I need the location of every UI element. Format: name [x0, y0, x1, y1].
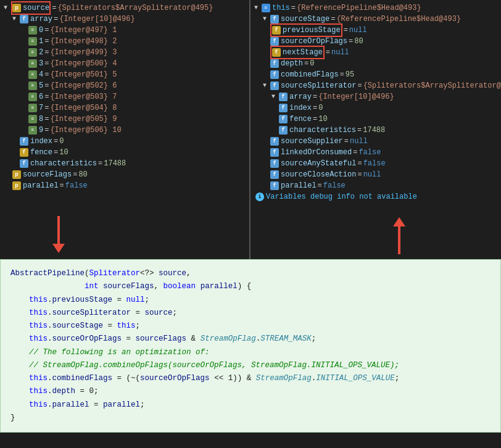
array-value: {Integer[10]@496} — [59, 14, 135, 25]
arr-icon-2: ≡ — [28, 48, 37, 57]
left-panel-header[interactable]: p source = {Spliterators$ArraySpliterato… — [4, 2, 246, 14]
right-panel: ≡ this = {ReferencePipeline$Head@493} f … — [251, 0, 501, 259]
right-depth-row[interactable]: f depth = 0 — [254, 58, 497, 69]
code-line-6: this.sourceOrOpFlags = sourceFlags & Str… — [10, 333, 491, 346]
nextstage-highlight: f nextStage — [270, 46, 325, 59]
f-yellow-icon-prev: f — [272, 26, 281, 35]
right-sourcesupplier-row[interactable]: f sourceSupplier = null — [254, 136, 497, 147]
code-line-4: this.sourceSpliterator = source; — [10, 307, 491, 320]
right-nextstage-row[interactable]: f nextStage = null — [254, 47, 497, 58]
right-characteristics-row[interactable]: f characteristics = 17488 — [254, 125, 497, 136]
source-var-value: {Spliterators$ArraySpliterator@495} — [57, 2, 213, 14]
arr-icon-this: ≡ — [262, 4, 270, 12]
arr-item-0[interactable]: ≡ 0 = {Integer@497} 1 — [4, 25, 246, 36]
right-combinedflags-row[interactable]: f combinedFlags = 95 — [254, 69, 497, 80]
code-line-7: // The following is an optimization of: — [10, 346, 491, 359]
f-icon-sourcestage: f — [270, 15, 279, 23]
right-panel-header[interactable]: ≡ this = {ReferencePipeline$Head@493} — [254, 2, 497, 14]
arr-icon-9: ≡ — [28, 126, 37, 135]
right-array-row[interactable]: f array = {Integer[10]@496} — [254, 91, 497, 102]
arr-icon-0: ≡ — [28, 26, 37, 35]
source-highlight-box: p source — [11, 1, 51, 15]
f-icon-right-parallel: f — [270, 181, 279, 190]
code-line-11: this.parallel = parallel; — [10, 399, 491, 412]
f-icon-index: f — [20, 137, 28, 146]
arr-item-1[interactable]: ≡ 1 = {Integer@498} 2 — [4, 36, 246, 47]
arr-item-6[interactable]: ≡ 6 = {Integer@503} 7 — [4, 91, 246, 102]
left-parallel-row[interactable]: p parallel = false — [4, 180, 246, 191]
array-expand[interactable] — [12, 14, 20, 25]
left-fence-row[interactable]: f fence = 10 — [4, 147, 246, 158]
array-name: array — [30, 14, 52, 25]
info-icon: i — [255, 193, 264, 201]
left-index-row[interactable]: f index = 0 — [4, 136, 246, 147]
debug-info-text: Variables debug info not available — [266, 191, 417, 202]
f-icon-linked: f — [270, 148, 279, 157]
right-sourcespliterator-row[interactable]: f sourceSpliterator = {Spliterators$Arra… — [254, 80, 497, 91]
arr-item-7[interactable]: ≡ 7 = {Integer@504} 8 — [4, 102, 246, 114]
f-icon-depth: f — [270, 59, 279, 68]
p-icon: p — [12, 4, 21, 12]
right-index-row[interactable]: f index = 0 — [254, 102, 497, 114]
arr-icon-5: ≡ — [28, 81, 37, 90]
code-panel: AbstractPipeline(Spliterator<?> source, … — [0, 259, 501, 433]
arr-item-3[interactable]: ≡ 3 = {Integer@500} 4 — [4, 58, 246, 69]
f-icon-array: f — [20, 15, 28, 23]
arr-item-4[interactable]: ≡ 4 = {Integer@501} 5 — [4, 69, 246, 80]
right-parallel-row[interactable]: f parallel = false — [254, 180, 497, 191]
right-array-expand[interactable] — [271, 91, 279, 102]
right-debuginfo-row: i Variables debug info not available — [254, 191, 497, 202]
left-arrow-annotation — [52, 216, 65, 253]
code-line-8: // StreamOpFlag.combineOpFlags(sourceOrO… — [10, 359, 491, 372]
f-icon-combinedflags: f — [270, 70, 279, 79]
arr-icon-1: ≡ — [28, 37, 37, 46]
p-icon-sourceflags: p — [12, 170, 21, 179]
arr-item-5[interactable]: ≡ 5 = {Integer@502} 6 — [4, 80, 246, 91]
previousstage-highlight: f previousStage — [270, 23, 342, 37]
f-icon-anystateful: f — [270, 159, 279, 168]
right-fence-row[interactable]: f fence = 10 — [254, 114, 497, 125]
top-section: p source = {Spliterators$ArraySpliterato… — [0, 0, 501, 259]
arr-item-8[interactable]: ≡ 8 = {Integer@505} 9 — [4, 114, 246, 125]
code-line-5: this.sourceStage = this; — [10, 320, 491, 333]
array-row[interactable]: f array = {Integer[10]@496} — [4, 14, 246, 25]
code-line-9: this.combinedFlags = (~(sourceOrOpFlags … — [10, 372, 491, 385]
right-sourcecloseaction-row[interactable]: f sourceCloseAction = null — [254, 169, 497, 180]
left-characteristics-row[interactable]: f characteristics = 17488 — [4, 158, 246, 169]
f-yellow-icon-next: f — [272, 48, 281, 57]
arr-icon-6: ≡ — [28, 93, 37, 101]
left-panel: p source = {Spliterators$ArraySpliterato… — [0, 0, 251, 259]
arr-icon-4: ≡ — [28, 70, 37, 79]
right-previousstage-row[interactable]: f previousStage = null — [254, 25, 497, 36]
left-root-expand[interactable] — [4, 2, 11, 14]
code-line-3: this.previousStage = null; — [10, 294, 491, 307]
right-linkedorconsumed-row[interactable]: f linkedOrConsumed = false — [254, 147, 497, 158]
arr-item-2[interactable]: ≡ 2 = {Integer@499} 3 — [4, 47, 246, 58]
code-line-1: AbstractPipeline(Spliterator<?> source, — [10, 267, 491, 280]
arr-icon-8: ≡ — [28, 115, 37, 123]
arr-icon-7: ≡ — [28, 104, 37, 112]
f-icon-sourcesplit: f — [270, 81, 279, 90]
code-line-10: this.depth = 0; — [10, 385, 491, 398]
f-icon-char: f — [20, 159, 28, 168]
right-sourceanystateful-row[interactable]: f sourceAnyStateful = false — [254, 158, 497, 169]
left-sourceflags-row[interactable]: p sourceFlags = 80 — [4, 169, 246, 180]
f-yellow-icon-fence: f — [20, 148, 28, 157]
code-line-12: } — [10, 412, 491, 425]
f-icon-right-fence: f — [279, 115, 288, 123]
f-icon-sourcesupplier: f — [270, 137, 279, 146]
sourcestage-expand[interactable] — [263, 14, 270, 25]
f-icon-right-array: f — [279, 93, 288, 101]
code-line-2: int sourceFlags, boolean parallel) { — [10, 280, 491, 293]
arr-item-9[interactable]: ≡ 9 = {Integer@506} 10 — [4, 125, 246, 136]
p-icon-parallel: p — [12, 181, 21, 190]
source-var-name: source — [23, 2, 49, 14]
sourcespliterator-expand[interactable] — [263, 80, 270, 91]
arr-icon-3: ≡ — [28, 59, 37, 68]
right-root-expand[interactable] — [254, 2, 262, 14]
f-icon-right-index: f — [279, 104, 288, 112]
right-arrow-annotation — [393, 217, 405, 254]
f-icon-right-char: f — [279, 126, 288, 135]
f-icon-closeaction: f — [270, 170, 279, 179]
f-icon-soropflags: f — [270, 37, 279, 46]
